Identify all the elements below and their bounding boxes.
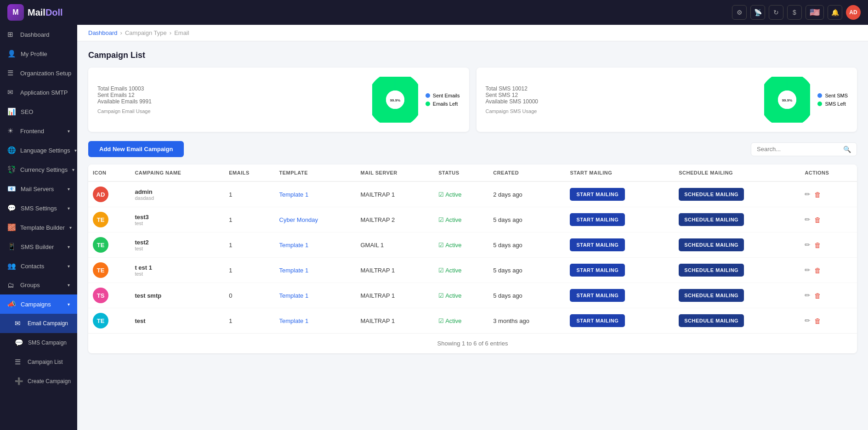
edit-icon[interactable]: ✏ [805,215,811,224]
sidebar-item-organization-setup[interactable]: ☰ Organization Setup [0,63,77,83]
svg-text:99.9%: 99.9% [390,98,400,102]
smtp-icon: ✉ [7,88,16,96]
schedule-mailing-button[interactable]: SCHEDULE MAILING [679,264,744,277]
template-link[interactable]: Template 1 [279,191,309,198]
notification-icon-button[interactable]: 🔔 [828,5,842,20]
table-row: TE test 1 Template 1 MAILTRAP 1 ☑ Active… [88,308,857,334]
email-chart-title: Campaign Email Usage [97,108,152,114]
start-mailing-button[interactable]: START MAILING [570,289,625,302]
legend-emails-left: Emails Left [425,101,460,107]
sidebar-item-dashboard[interactable]: ⊞ Dashboard [0,25,77,44]
user-avatar-button[interactable]: AD [846,5,861,20]
chevron-down-icon: ▾ [68,302,70,307]
campaign-avatar: TE [93,237,108,253]
delete-icon[interactable]: 🗑 [814,317,821,325]
status-badge: ☑ Active [438,242,461,249]
start-mailing-button[interactable]: START MAILING [570,188,625,201]
col-campaign-name: CAMPAING NAME [130,164,224,181]
settings-icon-button[interactable]: ⚙ [732,5,747,20]
template-link[interactable]: Template 1 [279,292,309,299]
sidebar-item-contacts[interactable]: 👥 Contacts ▾ [0,256,77,276]
delete-icon[interactable]: 🗑 [814,292,821,300]
edit-icon[interactable]: ✏ [805,241,811,249]
sidebar-item-email-campaign[interactable]: ✉ Email Campaign [0,314,77,333]
sidebar-item-template-builder[interactable]: 🧱 Template Builder ▾ [0,218,77,237]
campaign-avatar: TE [93,262,108,278]
campaign-name-main: admin [135,188,220,195]
template-link[interactable]: Cyber Monday [279,216,318,223]
campaign-list-icon: ☰ [15,358,23,366]
status-badge: ☑ Active [438,292,461,299]
edit-icon[interactable]: ✏ [805,317,811,325]
sidebar-item-campaign-list[interactable]: ☰ Campaign List [0,352,77,372]
cell-start-mailing-0: START MAILING [565,181,674,207]
sidebar-item-seo[interactable]: 📊 SEO [0,102,77,121]
start-mailing-button[interactable]: START MAILING [570,314,625,327]
sidebar-item-my-profile[interactable]: 👤 My Profile [0,44,77,63]
frontend-icon: ☀ [7,127,16,135]
delete-icon[interactable]: 🗑 [814,266,821,274]
search-box: 🔍 [751,142,857,156]
sidebar-item-label: Email Campaign [28,320,68,327]
sidebar-item-frontend[interactable]: ☀ Frontend ▾ [0,121,77,141]
edit-icon[interactable]: ✏ [805,291,811,300]
sidebar-item-sms-builder[interactable]: 📱 SMS Builder ▾ [0,237,77,256]
logo-icon: M [7,4,24,21]
action-buttons: ✏ 🗑 [805,241,852,249]
schedule-mailing-button[interactable]: SCHEDULE MAILING [679,213,744,226]
sidebar-item-sms-campaign[interactable]: 💬 SMS Campaign [0,333,77,352]
sms-chart-title: Campaign SMS Usage [486,108,539,114]
schedule-mailing-button[interactable]: SCHEDULE MAILING [679,314,744,327]
sidebar-item-create-campaign[interactable]: ➕ Create Campaign [0,372,77,391]
cell-actions-1: ✏ 🗑 [800,207,857,232]
action-buttons: ✏ 🗑 [805,266,852,274]
email-sent-label: Sent Emails 12 [97,92,152,98]
dollar-icon-button[interactable]: $ [787,5,802,20]
cell-start-mailing-1: START MAILING [565,207,674,232]
sidebar-item-campaigns[interactable]: 📣 Campaigns ▾ [0,294,77,314]
cell-icon-4: TS [88,283,130,308]
template-link[interactable]: Template 1 [279,267,309,274]
refresh-icon-button[interactable]: ↻ [769,5,783,20]
emails-left-dot [425,102,430,106]
breadcrumb-sep2: › [170,29,171,36]
start-mailing-button[interactable]: START MAILING [570,264,625,277]
breadcrumb-dashboard[interactable]: Dashboard [88,29,118,36]
flag-icon-button[interactable]: 🇺🇸 [806,5,824,20]
action-buttons: ✏ 🗑 [805,291,852,300]
schedule-mailing-button[interactable]: SCHEDULE MAILING [679,238,744,251]
cell-created-0: 2 days ago [488,181,565,207]
sidebar-item-sms-settings[interactable]: 💬 SMS Settings ▾ [0,198,77,218]
sidebar-item-application-smtp[interactable]: ✉ Application SMTP [0,83,77,102]
cell-icon-2: TE [88,232,130,258]
search-icon: 🔍 [843,146,851,153]
schedule-mailing-button[interactable]: SCHEDULE MAILING [679,188,744,201]
search-input[interactable] [757,146,840,153]
sidebar-item-label: Dashboard [20,31,50,38]
sidebar-item-language-settings[interactable]: 🌐 Language Settings ▾ [0,141,77,160]
edit-icon[interactable]: ✏ [805,266,811,274]
delete-icon[interactable]: 🗑 [814,241,821,249]
sms-stats-info: Total SMS 10012 Sent SMS 12 Available SM… [486,85,539,114]
delete-icon[interactable]: 🗑 [814,191,821,198]
edit-icon[interactable]: ✏ [805,190,811,198]
sidebar-item-currency-settings[interactable]: 💱 Currency Settings ▾ [0,160,77,179]
profile-icon: 👤 [7,50,16,58]
cell-status-5: ☑ Active [434,308,488,334]
add-new-email-campaign-button[interactable]: Add New Email Campaign [88,141,184,157]
schedule-mailing-button[interactable]: SCHEDULE MAILING [679,289,744,302]
start-mailing-button[interactable]: START MAILING [570,238,625,251]
sidebar-item-label: SMS Builder [21,243,54,250]
start-mailing-button[interactable]: START MAILING [570,213,625,226]
wifi-icon-button[interactable]: 📡 [750,5,765,20]
logo-text: MailDoll [28,7,63,18]
sms-builder-icon: 📱 [7,243,16,251]
table-row: TE t est 1 test 1 Template 1 MAILTRAP 1 … [88,258,857,283]
template-link[interactable]: Template 1 [279,242,309,249]
delete-icon[interactable]: 🗑 [814,216,821,224]
template-link[interactable]: Template 1 [279,317,309,324]
sidebar-item-mail-servers[interactable]: 📧 Mail Servers ▾ [0,179,77,198]
sidebar-item-label: Groups [20,282,40,289]
sidebar-item-groups[interactable]: 🗂 Groups ▾ [0,276,77,294]
cell-mail-server-4: MAILTRAP 1 [356,283,434,308]
